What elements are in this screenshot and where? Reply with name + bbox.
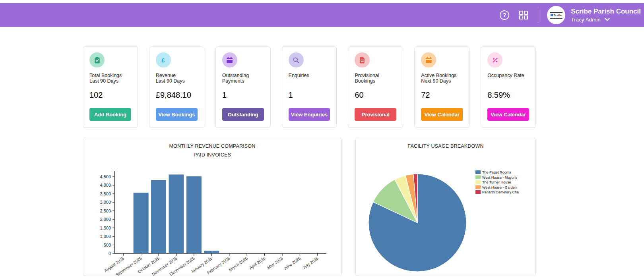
x-tick-label: April 2026 xyxy=(248,256,266,270)
stat-label: Occupancy Rate xyxy=(487,73,529,84)
stat-label: Total BookingsLast 90 Days xyxy=(89,73,131,84)
dashboard-content: Total BookingsLast 90 Days102Add Booking… xyxy=(83,46,536,276)
charts-row: MONTHLY REVENUE COMPARISON PAID INVOICES… xyxy=(83,138,536,276)
svg-text:1,500: 1,500 xyxy=(100,226,111,230)
bar xyxy=(186,176,202,253)
stat-card-active-bookings: Active BookingsNext 90 Days72View Calend… xyxy=(414,46,469,128)
pie-chart: The Paget RoomsWest House - Mayor'sThe T… xyxy=(356,138,535,276)
provisional-bookings-button[interactable]: Provisional xyxy=(355,108,396,121)
svg-text:4,000: 4,000 xyxy=(100,183,111,187)
stat-label: Enquiries xyxy=(289,73,330,84)
stat-value: 1 xyxy=(222,91,264,100)
svg-text:West House - Garden: West House - Garden xyxy=(482,185,517,189)
x-tick-label: June 2026 xyxy=(283,256,301,271)
invoice-icon xyxy=(355,52,370,68)
legend-item: Penarth Cemetery Cha xyxy=(475,190,519,194)
stat-label: RevenueLast 90 Days xyxy=(156,73,198,84)
facility-usage-chart-card: FACILITY USAGE BREAKDOWN The Paget Rooms… xyxy=(355,138,536,276)
svg-text:Penarth Cemetery Cha: Penarth Cemetery Cha xyxy=(482,190,519,194)
help-icon[interactable]: ? xyxy=(499,10,510,21)
x-tick-label: March 2026 xyxy=(228,256,248,272)
pie-chart-title: FACILITY USAGE BREAKDOWN xyxy=(356,143,535,149)
bar-chart-subtitle: PAID INVOICES xyxy=(83,152,341,158)
stat-label: Active BookingsNext 90 Days xyxy=(421,73,463,84)
stat-value: 8.59% xyxy=(487,91,529,100)
svg-text:4,500: 4,500 xyxy=(100,174,111,179)
navbar-divider xyxy=(538,8,538,23)
legend-item: West House - Mayor's xyxy=(475,176,518,180)
stat-cards-row: Total BookingsLast 90 Days102Add Booking… xyxy=(83,46,536,128)
occupancy-rate-button[interactable]: View Calendar xyxy=(487,108,529,121)
org-name: Scribe Parish Council xyxy=(571,8,641,15)
svg-text:1,000: 1,000 xyxy=(100,234,111,239)
x-tick-label: July 2026 xyxy=(302,256,319,270)
outstanding-payments-button[interactable]: Outstanding xyxy=(222,108,264,121)
bar xyxy=(169,174,184,253)
stat-card-occupancy-rate: Occupancy Rate8.59%View Calendar xyxy=(481,46,536,128)
svg-text:0: 0 xyxy=(109,251,111,256)
user-menu[interactable]: Scribe Parish Council Tracy Admin xyxy=(571,8,641,23)
stat-value: 102 xyxy=(89,91,131,100)
clipboard-check-icon xyxy=(89,52,105,68)
active-bookings-button[interactable]: View Calendar xyxy=(421,108,463,121)
svg-text:3,500: 3,500 xyxy=(100,191,111,196)
stat-label: ProvisionalBookings xyxy=(355,73,396,84)
svg-text:2,000: 2,000 xyxy=(100,217,111,222)
stat-card-total-bookings: Total BookingsLast 90 Days102Add Booking xyxy=(83,46,138,128)
percent-icon xyxy=(487,52,502,68)
stat-card-provisional-bookings: ProvisionalBookings60Provisional xyxy=(348,46,403,128)
legend-item: West House - Garden xyxy=(475,185,517,189)
stat-label: OutstandingPayments xyxy=(222,73,264,84)
stat-value: 60 xyxy=(355,91,396,100)
svg-text:3,000: 3,000 xyxy=(100,200,111,205)
stat-value: 72 xyxy=(421,91,463,100)
apps-grid-icon[interactable] xyxy=(518,10,529,21)
bar xyxy=(204,251,219,253)
svg-text:The Paget Rooms: The Paget Rooms xyxy=(482,170,511,174)
stat-card-enquiries: Enquiries1View Enquiries xyxy=(282,46,337,128)
svg-text:500: 500 xyxy=(104,243,111,247)
bar xyxy=(151,180,166,253)
calendar-icon xyxy=(222,52,237,68)
bar-chart: 05001,0001,5002,0002,5003,0003,5004,0004… xyxy=(83,138,341,276)
revenue-button[interactable]: View Bookings xyxy=(156,108,198,121)
legend-item: The Paget Rooms xyxy=(475,170,511,174)
legend-item: The Turner House xyxy=(475,180,511,184)
avatar[interactable]: Scribe xyxy=(547,6,565,24)
x-tick-label: May 2026 xyxy=(266,256,284,270)
stat-value: £9,848.10 xyxy=(156,91,198,100)
svg-text:?: ? xyxy=(503,12,506,18)
enquiries-button[interactable]: View Enquiries xyxy=(289,108,330,121)
bar xyxy=(134,193,149,253)
svg-text:The Turner House: The Turner House xyxy=(482,180,511,184)
svg-text:West House - Mayor's: West House - Mayor's xyxy=(482,176,518,180)
chevron-down-icon xyxy=(605,18,610,21)
scribe-logo: Scribe xyxy=(550,12,563,19)
search-icon xyxy=(289,52,304,68)
stat-value: 1 xyxy=(289,91,330,100)
stat-card-outstanding-payments: OutstandingPayments1Outstanding xyxy=(215,46,271,128)
user-name: Tracy Admin xyxy=(571,17,601,23)
svg-text:£: £ xyxy=(162,56,165,63)
total-bookings-button[interactable]: Add Booking xyxy=(89,108,131,121)
bar-chart-title: MONTHLY REVENUE COMPARISON xyxy=(83,143,341,149)
top-navbar: ? Scribe Scribe Parish Council Tracy Adm… xyxy=(0,3,644,27)
pound-icon: £ xyxy=(156,52,171,68)
svg-text:2,500: 2,500 xyxy=(100,208,111,213)
stat-card-revenue: £RevenueLast 90 Days£9,848.10View Bookin… xyxy=(149,46,204,128)
scribe-logo-mark xyxy=(551,14,553,16)
monthly-revenue-chart-card: MONTHLY REVENUE COMPARISON PAID INVOICES… xyxy=(83,138,342,276)
calendar-icon xyxy=(421,52,436,68)
